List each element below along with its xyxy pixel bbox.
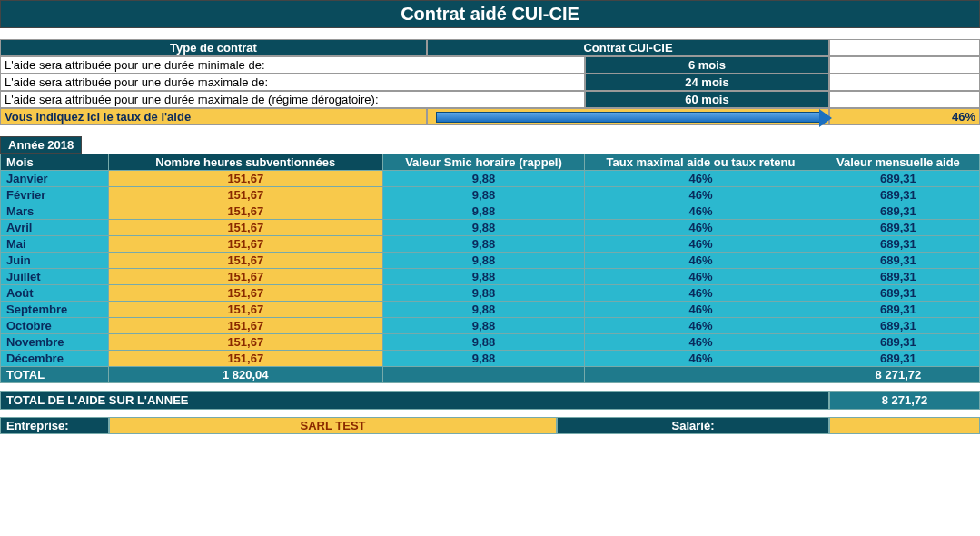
col-mois: Mois [1, 154, 109, 171]
aid-table: Mois Nombre heures subventionnées Valeur… [0, 154, 980, 383]
col-contrat: Contrat CUI-CIE [427, 39, 829, 56]
table-row: Mai151,679,8846%689,31 [1, 236, 980, 253]
table-row: Février151,679,8846%689,31 [1, 187, 980, 203]
month-cell: Juin [1, 253, 109, 269]
total-annee-label: TOTAL DE L'AIDE SUR L'ANNEE [0, 391, 829, 410]
year-badge: Année 2018 [0, 136, 82, 154]
valeur-cell: 689,31 [817, 203, 979, 220]
col-valeur: Valeur mensuelle aide [817, 154, 979, 171]
header-row: Type de contrat Contrat CUI-CIE [0, 39, 980, 56]
taux-cell: 46% [585, 171, 817, 187]
table-row: Avril151,679,8846%689,31 [1, 220, 980, 236]
taux-cell: 46% [585, 302, 817, 318]
heures-cell: 151,67 [108, 318, 382, 334]
col-taux: Taux maximal aide ou taux retenu [585, 154, 817, 171]
heures-cell: 151,67 [108, 351, 382, 367]
col-type-contrat: Type de contrat [0, 39, 427, 56]
table-row: Janvier151,679,8846%689,31 [1, 171, 980, 187]
taux-cell: 46% [585, 253, 817, 269]
col-smic: Valeur Smic horaire (rappel) [382, 154, 584, 171]
salarie-label: Salarié: [557, 417, 829, 434]
arrow-icon [427, 108, 829, 125]
month-cell: Avril [1, 220, 109, 236]
duree-value: 24 mois [585, 74, 829, 91]
taux-cell: 46% [585, 285, 817, 302]
duree-value: 60 mois [585, 91, 829, 108]
total-annee-value: 8 271,72 [829, 391, 980, 410]
valeur-cell: 689,31 [817, 269, 979, 285]
table-row: Juin151,679,8846%689,31 [1, 253, 980, 269]
heures-cell: 151,67 [108, 269, 382, 285]
valeur-cell: 689,31 [817, 351, 979, 367]
taux-cell: 46% [585, 236, 817, 253]
filler-cell [829, 74, 980, 91]
total-empty [585, 367, 817, 383]
duree-label: L'aide sera attribuée pour une durée max… [0, 74, 585, 91]
valeur-cell: 689,31 [817, 318, 979, 334]
smic-cell: 9,88 [382, 236, 584, 253]
duree-label: L'aide sera attribuée pour une durée min… [0, 56, 585, 74]
heures-cell: 151,67 [108, 187, 382, 203]
heures-cell: 151,67 [108, 171, 382, 187]
smic-cell: 9,88 [382, 318, 584, 334]
month-cell: Septembre [1, 302, 109, 318]
filler-cell [829, 91, 980, 108]
duree-label: L'aide sera attribuée pour une durée max… [0, 91, 585, 108]
taux-cell: 46% [585, 203, 817, 220]
heures-cell: 151,67 [108, 220, 382, 236]
taux-cell: 46% [585, 351, 817, 367]
month-cell: Mars [1, 203, 109, 220]
month-cell: Juillet [1, 269, 109, 285]
total-label: TOTAL [1, 367, 109, 383]
total-row: TOTAL 1 820,04 8 271,72 [1, 367, 980, 383]
taux-cell: 46% [585, 187, 817, 203]
duree-row: L'aide sera attribuée pour une durée max… [0, 91, 980, 108]
valeur-cell: 689,31 [817, 236, 979, 253]
valeur-cell: 689,31 [817, 171, 979, 187]
page-title: Contrat aidé CUI-CIE [0, 0, 980, 28]
table-row: Septembre151,679,8846%689,31 [1, 302, 980, 318]
duree-value: 6 mois [585, 56, 829, 74]
heures-cell: 151,67 [108, 334, 382, 351]
total-valeur: 8 271,72 [817, 367, 979, 383]
table-row: Juillet151,679,8846%689,31 [1, 269, 980, 285]
table-row: Octobre151,679,8846%689,31 [1, 318, 980, 334]
smic-cell: 9,88 [382, 253, 584, 269]
smic-cell: 9,88 [382, 269, 584, 285]
valeur-cell: 689,31 [817, 302, 979, 318]
duree-row: L'aide sera attribuée pour une durée min… [0, 56, 980, 74]
salarie-input[interactable] [829, 417, 980, 434]
month-cell: Novembre [1, 334, 109, 351]
table-row: Mars151,679,8846%689,31 [1, 203, 980, 220]
total-heures: 1 820,04 [108, 367, 382, 383]
smic-cell: 9,88 [382, 171, 584, 187]
month-cell: Décembre [1, 351, 109, 367]
filler-cell [829, 39, 980, 56]
month-cell: Mai [1, 236, 109, 253]
duree-row: L'aide sera attribuée pour une durée max… [0, 74, 980, 91]
taux-cell: 46% [585, 334, 817, 351]
month-cell: Janvier [1, 171, 109, 187]
taux-input[interactable]: 46% [829, 108, 980, 125]
heures-cell: 151,67 [108, 285, 382, 302]
footer-row: Entreprise: SARL TEST Salarié: [0, 417, 980, 434]
filler-cell [829, 56, 980, 74]
durees-section: L'aide sera attribuée pour une durée min… [0, 56, 980, 108]
smic-cell: 9,88 [382, 334, 584, 351]
month-cell: Février [1, 187, 109, 203]
taux-cell: 46% [585, 269, 817, 285]
valeur-cell: 689,31 [817, 253, 979, 269]
heures-cell: 151,67 [108, 253, 382, 269]
col-heures: Nombre heures subventionnées [108, 154, 382, 171]
document-root: Contrat aidé CUI-CIE Type de contrat Con… [0, 0, 980, 434]
month-cell: Août [1, 285, 109, 302]
smic-cell: 9,88 [382, 203, 584, 220]
table-row: Novembre151,679,8846%689,31 [1, 334, 980, 351]
smic-cell: 9,88 [382, 302, 584, 318]
table-header-row: Mois Nombre heures subventionnées Valeur… [1, 154, 980, 171]
taux-cell: 46% [585, 318, 817, 334]
valeur-cell: 689,31 [817, 334, 979, 351]
entreprise-input[interactable]: SARL TEST [109, 417, 557, 434]
table-row: Décembre151,679,8846%689,31 [1, 351, 980, 367]
total-annee-row: TOTAL DE L'AIDE SUR L'ANNEE 8 271,72 [0, 391, 980, 410]
